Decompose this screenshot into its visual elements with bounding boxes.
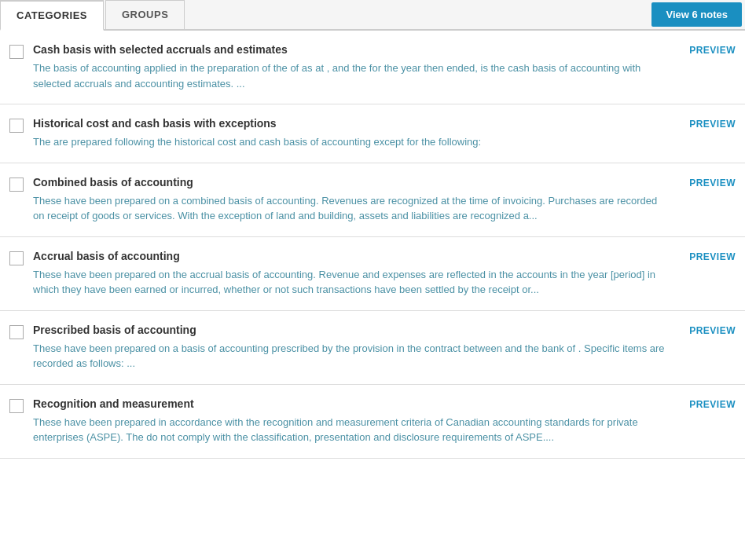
item-description: These have been prepared on the accrual … <box>33 267 665 298</box>
checkbox-area <box>9 324 33 342</box>
list-item: Recognition and measurement These have b… <box>0 385 745 459</box>
list-item: Accrual basis of accounting These have b… <box>0 237 745 311</box>
checkbox-area <box>9 250 33 268</box>
preview-button[interactable]: PREVIEW <box>681 176 736 188</box>
checkbox-area <box>9 43 33 61</box>
item-checkbox[interactable] <box>9 325 24 339</box>
tabs: CATEGORIES GROUPS <box>0 0 186 29</box>
item-content: Recognition and measurement These have b… <box>33 397 681 445</box>
item-checkbox[interactable] <box>9 45 24 59</box>
item-title: Historical cost and cash basis with exce… <box>33 117 665 130</box>
item-content: Historical cost and cash basis with exce… <box>33 117 681 150</box>
item-title: Recognition and measurement <box>33 397 665 410</box>
item-checkbox[interactable] <box>9 178 24 192</box>
preview-button[interactable]: PREVIEW <box>681 397 736 410</box>
list-item: Cash basis with selected accruals and es… <box>0 31 745 104</box>
list-item: Prescribed basis of accounting These hav… <box>0 311 745 385</box>
item-content: Cash basis with selected accruals and es… <box>33 43 681 91</box>
item-title: Cash basis with selected accruals and es… <box>33 43 665 56</box>
item-checkbox[interactable] <box>9 399 24 413</box>
item-title: Accrual basis of accounting <box>33 250 665 262</box>
checkbox-area <box>9 176 33 194</box>
preview-button[interactable]: PREVIEW <box>681 117 736 130</box>
item-description: These have been prepared in accordance w… <box>33 415 665 445</box>
item-title: Prescribed basis of accounting <box>33 324 665 336</box>
preview-button[interactable]: PREVIEW <box>681 43 736 56</box>
view-notes-button[interactable]: View 6 notes <box>651 2 742 27</box>
item-content: Prescribed basis of accounting These hav… <box>33 324 681 372</box>
item-checkbox[interactable] <box>9 119 24 133</box>
item-description: These have been prepared on a combined b… <box>33 193 665 224</box>
top-bar: CATEGORIES GROUPS View 6 notes <box>0 0 745 31</box>
item-description: The are prepared following the historica… <box>33 134 665 150</box>
list-item: Combined basis of accounting These have … <box>0 163 745 237</box>
preview-button[interactable]: PREVIEW <box>681 250 736 262</box>
item-content: Combined basis of accounting These have … <box>33 176 681 224</box>
item-description: These have been prepared on a basis of a… <box>33 341 665 372</box>
item-content: Accrual basis of accounting These have b… <box>33 250 681 298</box>
tab-groups[interactable]: GROUPS <box>105 0 185 29</box>
preview-button[interactable]: PREVIEW <box>681 324 736 336</box>
checkbox-area <box>9 397 33 415</box>
checkbox-area <box>9 117 33 135</box>
item-title: Combined basis of accounting <box>33 176 665 188</box>
tab-categories[interactable]: CATEGORIES <box>0 0 104 31</box>
items-list: Cash basis with selected accruals and es… <box>0 31 745 459</box>
item-description: The basis of accounting applied in the p… <box>33 60 665 91</box>
item-checkbox[interactable] <box>9 251 24 265</box>
list-item: Historical cost and cash basis with exce… <box>0 104 745 163</box>
